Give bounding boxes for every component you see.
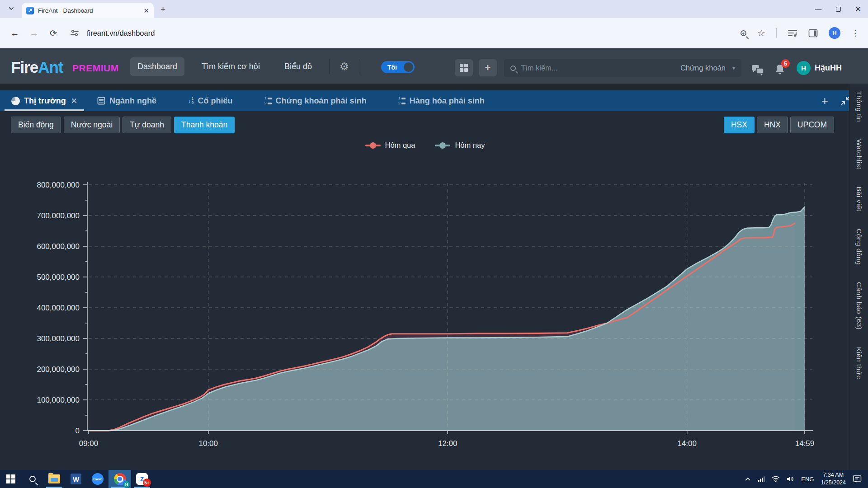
bookmark-star-icon[interactable]: ☆ [757, 28, 765, 38]
tab-thi-truong[interactable]: Thị trường ✕ [5, 90, 84, 111]
taskbar-search-button[interactable] [22, 470, 43, 488]
search-icon [510, 66, 516, 71]
tab-label: Ngành nghề [109, 96, 156, 106]
browser-menu-icon[interactable]: ⋮ [851, 28, 859, 38]
tab-chung-khoan-phai-sinh[interactable]: 12 Chứng khoán phái sinh [258, 90, 373, 111]
back-icon[interactable]: ← [10, 28, 19, 38]
legend-marker [365, 145, 381, 146]
zalo-icon: Z5+ [136, 473, 148, 485]
exchange-upcom[interactable]: UPCOM [790, 117, 834, 133]
taskbar-file-explorer[interactable] [43, 470, 65, 488]
search-icon [29, 476, 36, 482]
svg-text:100,000,000: 100,000,000 [37, 396, 80, 404]
network-icon[interactable] [758, 476, 765, 482]
sidebar-item-canh-bao[interactable]: Cảnh báo (63) [855, 282, 863, 330]
user-name[interactable]: HậuHH [815, 63, 842, 73]
taskbar-date: 1/25/2024 [821, 479, 846, 487]
notification-badge: 5 [781, 59, 790, 68]
browser-profile-avatar[interactable]: H [829, 27, 840, 39]
sidebar-item-kien-thuc[interactable]: Kiến thức [855, 347, 863, 379]
window-controls: — ✕ [808, 0, 868, 18]
fireant-logo[interactable]: FireAnt [11, 58, 63, 76]
tab-nganh-nghe[interactable]: Ngành nghề [90, 90, 163, 111]
view-thanh-khoan[interactable]: Thanh khoản [174, 117, 235, 133]
speaker-icon[interactable] [787, 476, 794, 482]
tab-search-chevron-icon[interactable] [8, 5, 14, 12]
view-nuoc-ngoai[interactable]: Nước ngoài [64, 117, 120, 133]
tab-bar-tools: + [821, 90, 851, 111]
tab-co-phieu[interactable]: ↓19 Cổ phiếu [181, 90, 240, 111]
taskbar-zoom[interactable]: zoom [87, 470, 108, 488]
tab-label: Hàng hóa phái sinh [410, 96, 485, 106]
forward-icon[interactable]: → [29, 28, 39, 38]
gear-icon[interactable]: ⚙ [340, 61, 349, 73]
view-bien-dong[interactable]: Biến động [11, 117, 61, 133]
legend-marker [435, 145, 450, 146]
start-button[interactable] [0, 470, 22, 488]
notifications[interactable]: 5 [774, 63, 786, 78]
side-panel-icon[interactable] [808, 29, 818, 38]
media-controls-icon[interactable] [788, 28, 797, 38]
windows-taskbar: W zoom H Z5+ ENG 7:34 AM 1/25/2024 [0, 470, 868, 488]
toolbar-divider [776, 28, 777, 38]
nav-bieu-do[interactable]: Biểu đồ [277, 57, 319, 76]
browser-tab-title: FireAnt - Dashboard [38, 7, 139, 14]
action-center-icon[interactable] [853, 475, 862, 483]
workspace-tab-bar: Thị trường ✕ Ngành nghề ↓19 Cổ phiếu 12 … [0, 90, 849, 111]
market-liquidity-panel: Biến động Nước ngoài Tự doanh Thanh khoả… [0, 111, 849, 470]
legend-hom-nay[interactable]: Hôm nay [435, 141, 485, 150]
chat-icon[interactable] [751, 65, 764, 76]
sidebar-item-cong-dong[interactable]: Cộng đồng [855, 229, 863, 265]
svg-text:600,000,000: 600,000,000 [37, 242, 80, 251]
pie-chart-icon [11, 97, 20, 105]
user-avatar[interactable]: H [797, 61, 811, 75]
tab-hang-hoa-phai-sinh[interactable]: 12 Hàng hóa phái sinh [392, 90, 491, 111]
window-close-button[interactable]: ✕ [848, 0, 868, 18]
taskbar-clock[interactable]: 7:34 AM 1/25/2024 [821, 471, 846, 487]
address-bar[interactable]: fireant.vn/dashboard [87, 29, 741, 38]
search-scope-select[interactable]: Chứng khoán [680, 64, 726, 72]
language-indicator[interactable]: ENG [801, 476, 814, 483]
word-icon: W [71, 474, 81, 484]
list-icon [97, 97, 105, 105]
liquidity-area-chart[interactable]: 0100,000,000200,000,000300,000,000400,00… [0, 149, 849, 465]
browser-tab[interactable]: ↗ FireAnt - Dashboard ✕ [22, 3, 154, 18]
header-search-box[interactable]: Tìm kiếm... Chứng khoán ▾ [504, 59, 741, 77]
taskbar-word[interactable]: W [65, 470, 87, 488]
tray-chevron-icon[interactable] [745, 477, 751, 481]
legend-hom-qua[interactable]: Hôm qua [365, 141, 415, 150]
add-tab-icon[interactable]: + [821, 95, 828, 107]
tab-close-icon[interactable]: ✕ [71, 96, 77, 106]
theme-toggle[interactable]: Tối [381, 61, 415, 73]
zoom-page-icon[interactable]: + [741, 30, 746, 36]
exchange-hsx[interactable]: HSX [724, 117, 755, 133]
chrome-profile-badge: H [123, 481, 130, 488]
sidebar-item-bai-viet[interactable]: Bài viết [855, 187, 863, 211]
numbered-list-icon: 12 [398, 96, 406, 105]
wifi-icon[interactable] [772, 476, 780, 482]
svg-text:12:00: 12:00 [438, 439, 458, 448]
sidebar-item-thong-tin[interactable]: Thông tin [855, 91, 863, 122]
layout-grid-button[interactable] [455, 59, 473, 76]
exchange-hnx[interactable]: HNX [757, 117, 788, 133]
taskbar-time: 7:34 AM [823, 471, 844, 479]
search-input[interactable]: Tìm kiếm... [521, 64, 675, 72]
tab-close-icon[interactable]: ✕ [143, 7, 149, 14]
new-tab-button[interactable]: + [160, 5, 165, 14]
exchange-buttons: HSX HNX UPCOM [724, 117, 834, 133]
view-tu-doanh[interactable]: Tự doanh [123, 117, 171, 133]
window-minimize-button[interactable]: — [808, 0, 828, 18]
reload-icon[interactable]: ⟳ [50, 28, 57, 38]
sidebar-item-watchlist[interactable]: Watchlist [855, 139, 863, 169]
tab-label: Chứng khoán phái sinh [276, 96, 367, 106]
nav-tim-kiem-co-hoi[interactable]: Tìm kiếm cơ hội [194, 57, 267, 76]
taskbar-chrome[interactable]: H [108, 470, 131, 488]
premium-badge: PREMIUM [72, 63, 119, 74]
window-restore-button[interactable] [828, 0, 848, 18]
taskbar-zalo[interactable]: Z5+ [131, 470, 153, 488]
add-widget-button[interactable]: + [479, 59, 497, 76]
windows-logo-icon [6, 474, 15, 483]
legend-label: Hôm nay [455, 141, 485, 150]
nav-dashboard[interactable]: Dashboard [130, 57, 184, 76]
site-info-icon[interactable] [70, 28, 80, 38]
